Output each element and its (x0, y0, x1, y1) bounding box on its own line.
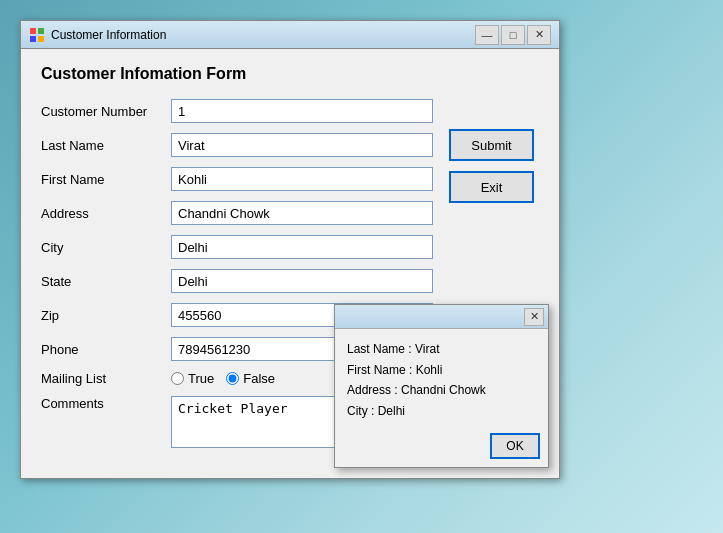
state-label: State (41, 274, 171, 289)
form-title: Customer Infomation Form (41, 65, 539, 83)
title-bar: Customer Information — □ ✕ (21, 21, 559, 49)
customer-number-label: Customer Number (41, 104, 171, 119)
mailing-true-radio[interactable] (171, 372, 184, 385)
city-label: City (41, 240, 171, 255)
first-name-label: First Name (41, 172, 171, 187)
customer-number-input[interactable] (171, 99, 433, 123)
mailing-false-option[interactable]: False (226, 371, 275, 386)
popup-city: City : Delhi (347, 401, 536, 421)
first-name-input[interactable] (171, 167, 433, 191)
popup-content: Last Name : Virat First Name : Kohli Add… (335, 329, 548, 429)
popup-last-name: Last Name : Virat (347, 339, 536, 359)
popup-address: Address : Chandni Chowk (347, 380, 536, 400)
window-controls: — □ ✕ (475, 25, 551, 45)
state-row: State (41, 269, 433, 293)
first-name-row: First Name (41, 167, 433, 191)
last-name-label: Last Name (41, 138, 171, 153)
popup-footer: OK (335, 429, 548, 467)
svg-rect-0 (30, 28, 36, 34)
popup-close-button[interactable]: ✕ (524, 308, 544, 326)
maximize-button[interactable]: □ (501, 25, 525, 45)
mailing-true-option[interactable]: True (171, 371, 214, 386)
zip-label: Zip (41, 308, 171, 323)
minimize-button[interactable]: — (475, 25, 499, 45)
last-name-row: Last Name (41, 133, 433, 157)
popup-info: Last Name : Virat First Name : Kohli Add… (347, 339, 536, 421)
submit-button[interactable]: Submit (449, 129, 534, 161)
popup-title-bar: ✕ (335, 305, 548, 329)
comments-label: Comments (41, 396, 171, 411)
mailing-list-label: Mailing List (41, 371, 171, 386)
close-button[interactable]: ✕ (527, 25, 551, 45)
svg-rect-3 (38, 36, 44, 42)
mailing-list-radio-group: True False (171, 371, 275, 386)
address-input[interactable] (171, 201, 433, 225)
svg-rect-1 (38, 28, 44, 34)
popup-dialog: ✕ Last Name : Virat First Name : Kohli A… (334, 304, 549, 468)
ok-button[interactable]: OK (490, 433, 540, 459)
window-icon (29, 27, 45, 43)
city-row: City (41, 235, 433, 259)
svg-rect-2 (30, 36, 36, 42)
state-input[interactable] (171, 269, 433, 293)
window-title: Customer Information (51, 28, 475, 42)
mailing-false-radio[interactable] (226, 372, 239, 385)
popup-first-name: First Name : Kohli (347, 360, 536, 380)
last-name-input[interactable] (171, 133, 433, 157)
address-row: Address (41, 201, 433, 225)
exit-button[interactable]: Exit (449, 171, 534, 203)
main-window: Customer Information — □ ✕ Customer Info… (20, 20, 560, 479)
address-label: Address (41, 206, 171, 221)
phone-label: Phone (41, 342, 171, 357)
mailing-true-label: True (188, 371, 214, 386)
customer-number-row: Customer Number (41, 99, 433, 123)
mailing-false-label: False (243, 371, 275, 386)
city-input[interactable] (171, 235, 433, 259)
